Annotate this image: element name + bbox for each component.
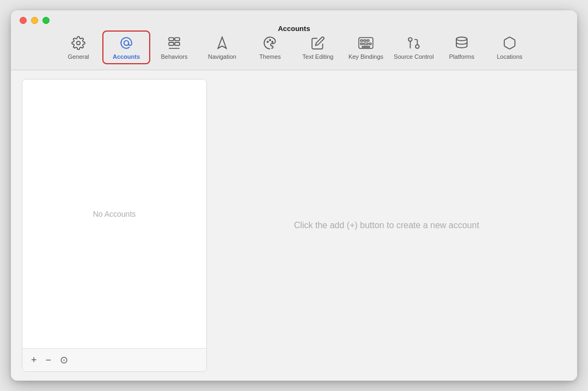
traffic-lights: [20, 17, 50, 24]
tab-text-editing-label: Text Editing: [303, 53, 334, 60]
svg-point-20: [408, 38, 412, 41]
accounts-list: No Accounts: [22, 80, 206, 348]
svg-rect-14: [367, 40, 369, 41]
account-detail-panel: Click the add (+) button to create a new…: [207, 79, 566, 372]
tab-text-editing[interactable]: Text Editing: [294, 30, 342, 64]
minimize-button[interactable]: [31, 17, 38, 24]
more-options-button[interactable]: ⊙: [58, 354, 70, 366]
svg-point-8: [267, 41, 268, 42]
preferences-window: Accounts General: [11, 10, 577, 381]
navigation-icon: [214, 35, 230, 51]
add-account-button[interactable]: +: [29, 354, 39, 366]
panel-toolbar: + − ⊙: [22, 348, 206, 371]
tab-navigation[interactable]: Navigation: [198, 30, 246, 64]
svg-point-0: [77, 41, 81, 45]
tab-navigation-label: Navigation: [208, 53, 236, 60]
tab-themes[interactable]: Themes: [246, 30, 294, 64]
svg-rect-12: [360, 40, 363, 41]
gear-icon: [70, 35, 87, 51]
svg-marker-7: [218, 37, 226, 48]
svg-point-1: [124, 41, 129, 46]
svg-rect-13: [364, 40, 366, 41]
svg-point-9: [270, 40, 271, 41]
tab-key-bindings[interactable]: Key Bindings: [342, 30, 390, 64]
source-control-icon: [406, 35, 422, 51]
svg-rect-5: [175, 42, 180, 45]
tab-platforms[interactable]: Platforms: [438, 30, 486, 64]
svg-rect-16: [364, 43, 368, 45]
tab-general-label: General: [68, 53, 89, 60]
tab-locations[interactable]: Locations: [486, 30, 534, 64]
hint-text: Click the add (+) button to create a new…: [294, 221, 479, 230]
toolbar: General Accounts: [54, 28, 534, 70]
svg-rect-3: [169, 42, 174, 45]
svg-point-10: [272, 41, 273, 42]
svg-rect-18: [362, 46, 370, 47]
tab-platforms-label: Platforms: [449, 53, 474, 60]
no-accounts-label: No Accounts: [93, 210, 136, 218]
at-icon: [118, 35, 134, 51]
behaviors-icon: [166, 35, 182, 51]
svg-point-19: [415, 45, 419, 48]
tab-locations-label: Locations: [497, 53, 522, 60]
locations-icon: [501, 35, 518, 51]
svg-rect-2: [169, 38, 174, 40]
svg-rect-15: [360, 43, 363, 45]
key-bindings-icon: [358, 35, 374, 51]
titlebar: Accounts General: [11, 10, 577, 70]
tab-accounts[interactable]: Accounts: [102, 30, 150, 64]
tab-source-control-label: Source Control: [394, 53, 433, 60]
themes-icon: [262, 35, 278, 51]
tab-themes-label: Themes: [259, 53, 281, 60]
tab-behaviors[interactable]: Behaviors: [150, 30, 198, 64]
platforms-icon: [454, 35, 470, 51]
tab-source-control[interactable]: Source Control: [390, 30, 438, 64]
svg-point-22: [456, 37, 467, 41]
window-title: Accounts: [278, 25, 310, 33]
svg-rect-17: [369, 43, 371, 45]
maximize-button[interactable]: [42, 17, 50, 24]
accounts-list-panel: No Accounts + − ⊙: [22, 79, 207, 372]
text-editing-icon: [310, 35, 326, 51]
main-content: No Accounts + − ⊙ Click the add (+) butt…: [11, 70, 577, 381]
remove-account-button[interactable]: −: [44, 354, 54, 366]
tab-behaviors-label: Behaviors: [161, 53, 188, 60]
tab-accounts-label: Accounts: [113, 53, 140, 60]
tab-key-bindings-label: Key Bindings: [348, 53, 383, 60]
svg-rect-4: [175, 38, 180, 40]
close-button[interactable]: [20, 17, 27, 24]
tab-general[interactable]: General: [54, 30, 102, 64]
